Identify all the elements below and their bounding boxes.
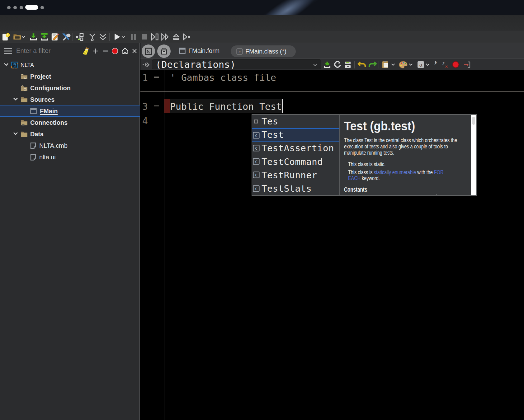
run-icon[interactable] — [113, 31, 121, 43]
compile-all-icon[interactable] — [88, 31, 97, 43]
completion-doc-panel: Test (gb.test) The class Test is the cen… — [340, 115, 471, 195]
compress-icon[interactable] — [343, 59, 352, 70]
virtual-folder-icon — [21, 85, 28, 91]
record-icon[interactable] — [111, 43, 119, 59]
chevron-down-icon[interactable] — [13, 97, 18, 100]
redo-icon[interactable] — [367, 59, 378, 70]
open-dropdown-icon[interactable] — [21, 31, 26, 43]
tree-item-nlta-ui[interactable]: nlta.ui — [0, 152, 140, 163]
class-icon: c — [253, 185, 260, 192]
editor-toolbar: (Declarations) — [140, 59, 524, 70]
remove-icon[interactable] — [102, 43, 109, 59]
goto-line-icon[interactable] — [462, 59, 472, 70]
new-project-icon[interactable] — [1, 31, 11, 43]
finish-icon[interactable] — [172, 31, 181, 43]
tree-item-nlta[interactable]: NLTA — [0, 59, 140, 71]
doc-title: Test (gb.test) — [344, 119, 421, 133]
tree-item-label: nlta.ui — [39, 152, 56, 163]
completion-label: TestStats — [262, 182, 312, 195]
comment-icon[interactable]: ’ — [432, 59, 439, 70]
case-dropdown-icon[interactable] — [424, 59, 431, 70]
doc-info-box: This class is static. This class is stat… — [344, 158, 468, 182]
completion-item-tes[interactable]: Tes — [252, 115, 339, 128]
completion-item-testrunner[interactable]: c TestRunner — [252, 168, 339, 182]
terminal-icon[interactable] — [142, 44, 155, 58]
project-sidebar: Enter a filter — [0, 43, 140, 420]
code-editor[interactable]: 1 ' Gambas class file 3 Public Function … — [140, 70, 524, 420]
project-properties-icon[interactable] — [50, 31, 59, 43]
tree-item-project[interactable]: Project — [0, 71, 140, 82]
text-cursor — [282, 99, 283, 113]
format-icon[interactable] — [398, 59, 408, 70]
home-icon[interactable] — [121, 43, 129, 59]
completion-list[interactable]: Tes c Test c — [252, 115, 340, 195]
tree-item-nlta-cmb[interactable]: NLTA.cmb — [0, 140, 140, 152]
reload-icon[interactable] — [333, 59, 342, 70]
doc-keyword-for: FOR — [434, 169, 443, 175]
breakpoint-icon[interactable] — [451, 59, 460, 70]
line-number: 4 — [140, 115, 148, 126]
tree-item-label: Sources — [30, 94, 54, 105]
paste-icon[interactable] — [381, 59, 390, 70]
code-line-3: Public Function Test — [170, 101, 282, 112]
tab-fmain-form[interactable]: FMain.form — [179, 43, 220, 58]
gambas-ide-window: Enter a filter — [0, 0, 524, 420]
tree-item-data[interactable]: Data — [0, 128, 140, 140]
chevron-down-icon[interactable] — [4, 63, 9, 66]
case-icon[interactable]: a — [416, 59, 425, 70]
filter-bar: Enter a filter — [0, 43, 140, 59]
chevron-down-icon[interactable] — [13, 132, 18, 135]
doc-link-statically-enumerable[interactable]: statically enumerable — [374, 169, 416, 175]
uncomment-icon[interactable]: ’ × — [440, 59, 450, 70]
tree-item-sources[interactable]: Sources — [0, 94, 140, 105]
tree-item-configuration[interactable]: Configuration — [0, 82, 140, 94]
preferences-icon[interactable] — [61, 31, 71, 43]
procedure-selector[interactable]: (Declarations) — [152, 59, 321, 69]
save-icon[interactable] — [323, 59, 332, 70]
tab-fmain-class[interactable]: c FMain.class (*) — [231, 45, 296, 57]
update-all-icon[interactable] — [98, 31, 107, 43]
doc-table-border — [468, 194, 468, 195]
combo-chevron-icon — [313, 63, 317, 66]
tree-item-connections[interactable]: Connections — [0, 117, 140, 128]
close-icon[interactable] — [131, 43, 138, 59]
tree-item-label: Data — [30, 128, 44, 140]
stop-icon[interactable] — [140, 31, 149, 43]
menu-icon[interactable] — [3, 43, 12, 59]
completion-item-testassertion[interactable]: c TestAssertion — [252, 142, 339, 155]
tree-item-fmain[interactable]: FMain — [0, 105, 140, 117]
archive-icon[interactable] — [157, 44, 171, 58]
tab-label: FMain.form — [188, 47, 220, 54]
compile-icon[interactable] — [74, 31, 84, 43]
paste-dropdown-icon[interactable] — [390, 59, 396, 70]
titlebar-dot — [20, 6, 23, 9]
forward-icon[interactable] — [160, 31, 170, 43]
save-project-icon[interactable] — [29, 31, 38, 43]
procedure-separator — [140, 91, 524, 92]
filter-input[interactable]: Enter a filter — [16, 43, 51, 59]
pause-icon[interactable] — [129, 31, 138, 43]
svg-text:c: c — [255, 172, 257, 177]
doc-table-border — [344, 194, 344, 195]
completion-item-test[interactable]: c Test — [252, 128, 339, 142]
goto-definition-icon[interactable] — [142, 59, 151, 70]
open-project-icon[interactable] — [13, 31, 21, 43]
class-icon: c — [236, 48, 243, 55]
add-icon[interactable] — [92, 43, 99, 59]
save-all-icon[interactable] — [40, 31, 49, 43]
form-icon — [30, 108, 37, 114]
completion-item-testcommand[interactable]: c TestCommand — [252, 155, 339, 168]
doc-table-border — [436, 194, 437, 195]
completion-item-teststats[interactable]: c TestStats — [252, 182, 339, 195]
doc-scrollbar[interactable] — [471, 115, 476, 195]
format-dropdown-icon[interactable] — [408, 59, 414, 70]
tree-item-label: Connections — [30, 117, 68, 128]
doc-scrollbar-thumb[interactable] — [472, 117, 475, 125]
undo-icon[interactable] — [356, 59, 367, 70]
doc-table-border — [344, 194, 468, 194]
run-dropdown-icon[interactable] — [120, 31, 126, 43]
step-icon[interactable] — [150, 31, 159, 43]
window-titlebar — [0, 0, 524, 15]
run-until-icon[interactable] — [182, 31, 191, 43]
clean-icon[interactable] — [82, 43, 90, 59]
